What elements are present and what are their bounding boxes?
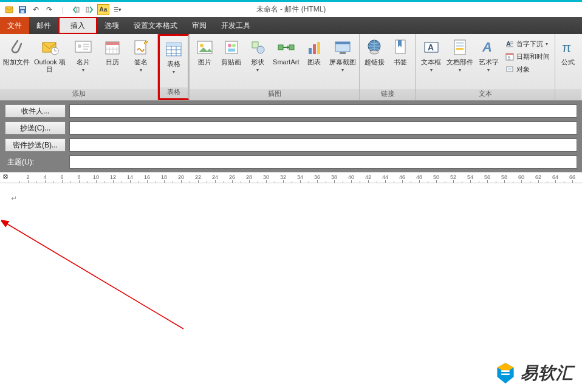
- svg-point-44: [370, 50, 378, 54]
- qat-sep: |: [57, 4, 68, 15]
- ruler-number: 64: [552, 174, 558, 180]
- undo-icon[interactable]: ↶: [30, 4, 41, 15]
- group-illustrations-label: 插图: [190, 89, 359, 100]
- redo-icon[interactable]: ↷: [44, 4, 55, 15]
- watermark: 易软汇: [495, 362, 573, 385]
- group-links-label: 链接: [360, 89, 415, 100]
- svg-point-9: [78, 44, 81, 48]
- table-button[interactable]: 表格▾: [162, 38, 185, 75]
- wordart-icon: A: [479, 38, 498, 57]
- globe-link-icon: [365, 38, 384, 57]
- outlook-item-button[interactable]: Outlook 项目: [32, 36, 69, 73]
- outlook-item-icon: [40, 38, 60, 57]
- highlight-icon[interactable]: Aa: [97, 4, 109, 15]
- screenshot-button[interactable]: 屏幕截图▾: [328, 36, 357, 73]
- chart-button[interactable]: 图表: [301, 36, 327, 66]
- tab-review[interactable]: 审阅: [185, 17, 214, 34]
- svg-rect-3: [21, 10, 24, 13]
- object-icon: [505, 65, 514, 73]
- bookmark-icon: [391, 38, 410, 57]
- svg-rect-39: [317, 42, 320, 54]
- dropcap-button[interactable]: A 首字下沉▾: [505, 38, 550, 50]
- to-button[interactable]: 收件人...: [5, 104, 66, 118]
- watermark-text: 易软汇: [521, 362, 573, 385]
- qat-customize-icon[interactable]: ☰▾: [112, 4, 123, 15]
- bookmark-button[interactable]: 书签: [388, 36, 413, 66]
- tab-mail[interactable]: 邮件: [29, 17, 58, 34]
- svg-rect-36: [289, 45, 294, 50]
- tab-insert[interactable]: 插入: [58, 17, 97, 34]
- paragraph-mark-icon: ↵: [11, 194, 17, 203]
- cc-button[interactable]: 抄送(C)...: [5, 121, 66, 135]
- ruler-number: 28: [246, 174, 252, 180]
- calendar-button[interactable]: 日历: [98, 36, 126, 66]
- to-input[interactable]: [69, 104, 577, 118]
- ruler-number: 12: [110, 174, 116, 180]
- cc-input[interactable]: [69, 121, 577, 135]
- watermark-logo-icon: [495, 362, 516, 385]
- group-add: 附加文件 Outlook 项目 名片▾ 日历: [0, 34, 158, 100]
- svg-rect-33: [252, 42, 258, 48]
- ruler-number: 20: [178, 174, 184, 180]
- tab-file[interactable]: 文件: [0, 17, 29, 34]
- ribbon-tabs: 文件 邮件 插入 选项 设置文本格式 审阅 开发工具: [0, 17, 582, 34]
- smartart-button[interactable]: SmartArt: [272, 36, 300, 66]
- ruler-number: 40: [348, 174, 354, 180]
- bcc-input[interactable]: [69, 138, 577, 152]
- bizcard-button[interactable]: 名片▾: [69, 36, 97, 73]
- subject-input[interactable]: [69, 155, 577, 169]
- chevron-down-icon: ▾: [459, 67, 461, 73]
- ruler-number: 16: [144, 174, 150, 180]
- tab-options[interactable]: 选项: [97, 17, 126, 34]
- wordart-button[interactable]: A 艺术字▾: [476, 36, 502, 73]
- textbox-icon: A: [422, 38, 441, 57]
- ruler-number: 8: [77, 174, 80, 180]
- datetime-button[interactable]: 5 日期和时间: [505, 50, 550, 63]
- object-button[interactable]: 对象: [505, 63, 550, 75]
- prev-item-icon[interactable]: [70, 4, 81, 15]
- chevron-down-icon: ▾: [341, 67, 344, 73]
- tab-devtools[interactable]: 开发工具: [214, 17, 258, 34]
- svg-rect-38: [313, 44, 316, 54]
- ruler-number: 4: [43, 174, 46, 180]
- svg-rect-32: [228, 49, 235, 52]
- group-text: A 文本框▾ 文档部件▾ A 艺术字▾ A 首字下沉▾: [416, 34, 555, 100]
- dropcap-icon: A: [505, 39, 514, 48]
- signature-button[interactable]: 签名▾: [127, 36, 155, 73]
- clipart-button[interactable]: 剪贴画: [219, 36, 244, 66]
- chevron-down-icon: ▾: [546, 41, 548, 47]
- annotation-arrow-icon: [1, 220, 196, 341]
- svg-point-28: [200, 44, 204, 47]
- textbox-button[interactable]: A 文本框▾: [418, 36, 444, 73]
- datetime-icon: 5: [505, 52, 514, 61]
- svg-rect-4: [77, 7, 79, 12]
- next-item-icon[interactable]: [84, 4, 95, 15]
- shapes-button[interactable]: 形状▾: [245, 36, 271, 73]
- picture-icon: [195, 38, 214, 57]
- docparts-icon: [450, 38, 470, 57]
- ruler[interactable]: 2468101214161820222426283032343638404244…: [0, 172, 582, 183]
- chevron-down-icon: ▾: [487, 67, 490, 73]
- tab-format[interactable]: 设置文本格式: [126, 17, 185, 34]
- ruler-number: 50: [433, 174, 439, 180]
- svg-rect-50: [456, 45, 464, 47]
- hyperlink-button[interactable]: 超链接: [362, 36, 387, 66]
- ruler-number: 44: [382, 174, 388, 180]
- svg-rect-35: [278, 45, 283, 50]
- ruler-number: 6: [60, 174, 63, 180]
- group-symbols-label: [555, 89, 581, 100]
- app-icon[interactable]: [4, 4, 15, 15]
- mail-body[interactable]: ↵: [0, 183, 582, 392]
- attach-file-button[interactable]: 附加文件: [2, 36, 30, 66]
- group-symbols: π 公式: [555, 34, 581, 100]
- svg-rect-5: [86, 7, 89, 12]
- chevron-down-icon: ▾: [140, 67, 142, 73]
- svg-line-63: [6, 223, 183, 329]
- bcc-button[interactable]: 密件抄送(B)...: [5, 138, 66, 152]
- picture-button[interactable]: 图片: [192, 36, 217, 66]
- calendar-icon: [103, 38, 122, 57]
- save-icon[interactable]: [17, 4, 28, 15]
- equation-button[interactable]: π 公式: [558, 36, 578, 66]
- docparts-button[interactable]: 文档部件▾: [445, 36, 474, 73]
- svg-text:A: A: [428, 42, 434, 52]
